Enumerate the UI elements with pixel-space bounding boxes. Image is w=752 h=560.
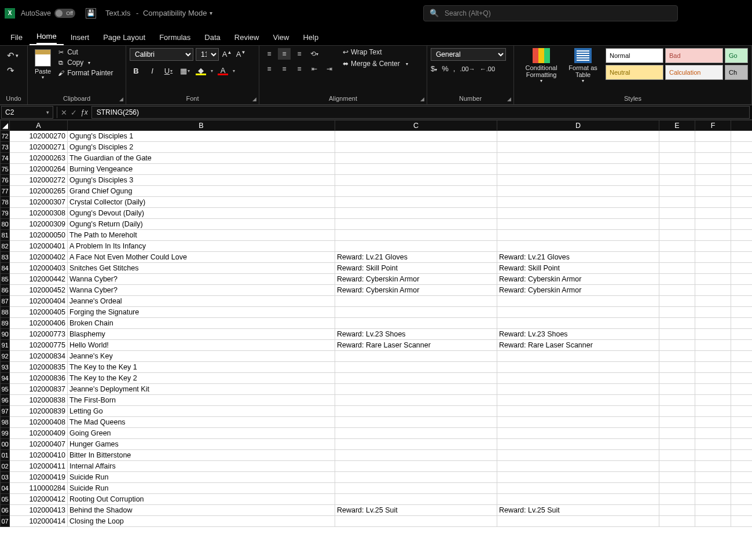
cell[interactable]: 102000401 <box>10 241 68 252</box>
cell[interactable] <box>659 230 695 241</box>
cell[interactable] <box>695 241 731 252</box>
cell[interactable] <box>731 450 753 461</box>
cell[interactable]: Ogung's Disciples 1 <box>68 131 335 142</box>
cell[interactable] <box>695 197 731 208</box>
cell[interactable] <box>695 384 731 395</box>
cell[interactable]: Snitches Get Stitches <box>68 263 335 274</box>
cell[interactable] <box>335 131 497 142</box>
cell[interactable]: Reward: Cyberskin Armor <box>335 274 497 285</box>
cell[interactable] <box>335 428 497 439</box>
cell[interactable] <box>695 142 731 153</box>
cell[interactable] <box>335 494 497 505</box>
row-header[interactable]: 05 <box>1 494 10 505</box>
row-header[interactable]: 75 <box>1 164 10 175</box>
cell[interactable]: 102000405 <box>10 307 68 318</box>
number-format-select[interactable]: General <box>431 48 506 61</box>
column-headers[interactable]: ◢ A B C D E F <box>1 120 753 131</box>
cell[interactable] <box>659 307 695 318</box>
cell[interactable]: A Face Not Even Mother Could Love <box>68 252 335 263</box>
table-row[interactable]: 82102000401A Problem In Its Infancy <box>1 241 753 252</box>
cell[interactable] <box>335 219 497 230</box>
row-header[interactable]: 80 <box>1 219 10 230</box>
name-box[interactable]: C2▾ <box>1 106 53 119</box>
cell[interactable]: Wanna Cyber? <box>68 285 335 296</box>
tab-page-layout[interactable]: Page Layout <box>96 30 152 45</box>
cell[interactable] <box>497 153 659 164</box>
cell[interactable]: 102000410 <box>10 450 68 461</box>
fill-color-button[interactable]: ◆ <box>195 64 207 77</box>
table-row[interactable]: 80102000309Ogung's Return (Daily) <box>1 219 753 230</box>
format-as-table-button[interactable]: Format as Table▾ <box>565 48 601 83</box>
col-header-a[interactable]: A <box>10 120 68 131</box>
cell[interactable]: 102000263 <box>10 153 68 164</box>
row-header[interactable]: 95 <box>1 384 10 395</box>
cell[interactable] <box>695 439 731 450</box>
row-header[interactable]: 79 <box>1 208 10 219</box>
cell[interactable]: Rooting Out Corruption <box>68 494 335 505</box>
cell[interactable] <box>695 285 731 296</box>
table-row[interactable]: 75102000264Burning Vengeance <box>1 164 753 175</box>
cell[interactable] <box>659 142 695 153</box>
table-row[interactable]: 77102000265Grand Chief Ogung <box>1 186 753 197</box>
cell[interactable] <box>335 373 497 384</box>
cell[interactable]: Reward: Cyberskin Armor <box>497 274 659 285</box>
table-row[interactable]: 79102000308Ogung's Devout (Daily) <box>1 208 753 219</box>
cell[interactable] <box>695 472 731 483</box>
cell[interactable] <box>659 274 695 285</box>
cell[interactable] <box>731 274 753 285</box>
cell[interactable]: 102000834 <box>10 351 68 362</box>
row-header[interactable]: 01 <box>1 450 10 461</box>
cell[interactable] <box>695 516 731 527</box>
cell[interactable] <box>335 439 497 450</box>
cell[interactable] <box>659 241 695 252</box>
align-center-button[interactable]: ≡ <box>278 63 291 75</box>
cell[interactable] <box>695 461 731 472</box>
select-all-corner[interactable]: ◢ <box>1 120 10 131</box>
row-header[interactable]: 85 <box>1 274 10 285</box>
cell[interactable] <box>695 164 731 175</box>
row-header[interactable]: 92 <box>1 351 10 362</box>
cell[interactable]: Jeanne's Ordeal <box>68 296 335 307</box>
table-row[interactable]: 87102000404Jeanne's Ordeal <box>1 296 753 307</box>
table-row[interactable]: 99102000409Going Green <box>1 428 753 439</box>
cell[interactable] <box>695 483 731 494</box>
table-row[interactable]: 01102000410Bitter In Bitterstone <box>1 450 753 461</box>
cell[interactable] <box>695 175 731 186</box>
cell[interactable] <box>659 252 695 263</box>
table-row[interactable]: 84102000403Snitches Get StitchesReward: … <box>1 263 753 274</box>
percent-button[interactable]: % <box>442 64 449 73</box>
cell[interactable]: The Key to the Key 2 <box>68 373 335 384</box>
align-top-button[interactable]: ≡ <box>263 48 276 60</box>
cell[interactable]: Ogung's Disciples 2 <box>68 142 335 153</box>
row-header[interactable]: 82 <box>1 241 10 252</box>
cell[interactable] <box>695 505 731 516</box>
cell[interactable] <box>335 483 497 494</box>
cell[interactable] <box>335 164 497 175</box>
cell[interactable] <box>497 307 659 318</box>
cell[interactable]: 102000270 <box>10 131 68 142</box>
search-box[interactable]: 🔍 Search (Alt+Q) <box>423 5 678 21</box>
cell[interactable] <box>659 197 695 208</box>
cell[interactable] <box>731 263 753 274</box>
cell-styles-gallery[interactable]: Normal Bad Go Neutral Calculation Ch <box>606 48 748 80</box>
cell[interactable] <box>335 406 497 417</box>
cell[interactable]: 102000408 <box>10 417 68 428</box>
cell[interactable] <box>731 296 753 307</box>
currency-button[interactable]: $▾ <box>431 64 437 73</box>
cell[interactable]: 102000412 <box>10 494 68 505</box>
cell[interactable]: 102000419 <box>10 472 68 483</box>
row-header[interactable]: 77 <box>1 186 10 197</box>
italic-button[interactable]: I <box>146 64 159 77</box>
cell[interactable] <box>497 197 659 208</box>
row-header[interactable]: 84 <box>1 263 10 274</box>
decrease-indent-button[interactable]: ⇤ <box>308 63 321 75</box>
cell[interactable] <box>497 175 659 186</box>
cell[interactable] <box>659 296 695 307</box>
fx-icon[interactable]: ƒx <box>80 108 88 117</box>
increase-decimal-button[interactable]: .00→ <box>460 65 475 72</box>
table-row[interactable]: 89102000406Broken Chain <box>1 318 753 329</box>
cell[interactable] <box>731 384 753 395</box>
row-header[interactable]: 99 <box>1 428 10 439</box>
cell[interactable]: Jeanne's Key <box>68 351 335 362</box>
font-color-button[interactable]: A <box>217 64 229 77</box>
